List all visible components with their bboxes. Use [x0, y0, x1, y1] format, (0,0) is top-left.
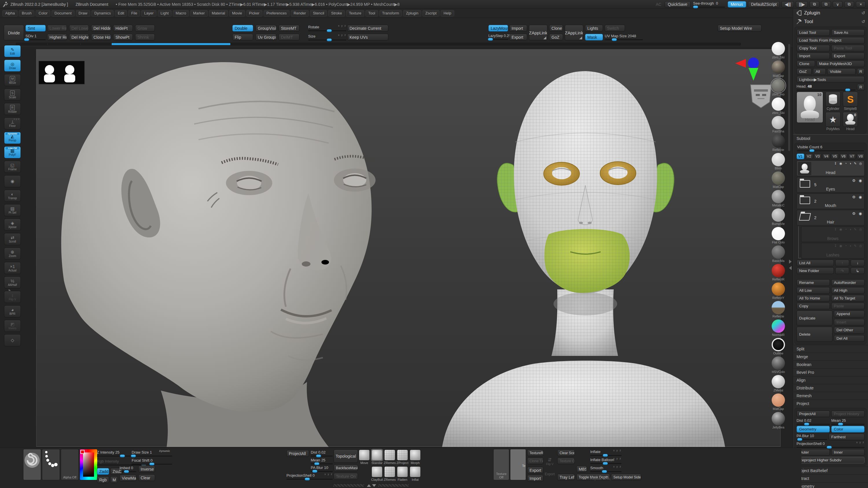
projection-shell-slider[interactable]: ProjectionShell 0 x y z — [797, 442, 865, 448]
clear-button[interactable]: Clear — [138, 475, 155, 481]
dock-frame-button[interactable]: ◱ Frame — [4, 161, 21, 173]
tool-simplebrush-thumbnail[interactable]: S — [843, 92, 858, 107]
subtool-item-head[interactable]: ↧ ◉ ◔ ◑ ✎ ◎ Head — [797, 160, 865, 176]
move-up-button[interactable]: ↑ — [835, 260, 849, 266]
dock-invers-button[interactable]: ◩ Invers — [4, 320, 21, 332]
viewmask-button[interactable]: ViewMask — [120, 475, 136, 481]
focal-shift-slider[interactable]: Focal Shift 0 — [132, 458, 172, 464]
toolbar-button[interactable]: Grow — [135, 25, 155, 32]
topological-button[interactable]: Topological — [334, 450, 358, 463]
subtool-item-hidden[interactable]: ↧◉◔◑✎◎ Lashes — [801, 243, 865, 258]
eye-icon[interactable]: ◉ — [859, 178, 862, 183]
quick-brush[interactable]: ZProject — [397, 450, 408, 466]
material-swatch[interactable]: JellyBea — [770, 412, 787, 429]
left-sculpt-head[interactable] — [61, 62, 376, 447]
reproject-higher-subdiv-button[interactable]: Reproject Higher Subdiv — [797, 457, 865, 463]
inflate-balloon-slider[interactable]: Inflate Balloon x y z — [590, 458, 621, 464]
quick-brush[interactable]: ZRemes — [384, 450, 396, 466]
export-dim-label[interactable]: Export — [544, 472, 556, 476]
panel-section-header[interactable]: Boolean — [793, 360, 868, 368]
subtool-action-button[interactable]: All To Home — [797, 295, 830, 301]
quick-brush[interactable]: ClayBuil — [372, 466, 383, 483]
menu-item[interactable]: Draw — [76, 10, 90, 17]
menu-item[interactable]: Tool — [365, 10, 378, 17]
append-button[interactable]: Append — [834, 311, 865, 318]
toolbar-button[interactable]: Shrink — [135, 34, 155, 40]
panel-section-header[interactable]: Split — [793, 345, 868, 353]
subtool-action-button[interactable]: All Low — [797, 287, 830, 294]
window-tile1-icon[interactable]: ⧉ — [810, 1, 819, 7]
toolbar-button[interactable]: HidePt — [113, 25, 133, 32]
geometry-section-header[interactable]: Geometry — [793, 482, 868, 488]
dock-rotate-button[interactable]: R Rotate — [4, 103, 21, 115]
quick-brush[interactable]: ZRemes — [384, 466, 396, 483]
shelf-scroll-down-icon[interactable] — [372, 484, 376, 487]
subtool-action-button[interactable]: Copy — [797, 303, 830, 310]
shelf-scrollbar-right[interactable] — [378, 484, 409, 487]
dock-xpose-button[interactable]: ◈ Xpose — [4, 219, 21, 231]
export-button[interactable]: Export — [831, 53, 865, 59]
inner-button[interactable]: Inner — [831, 449, 865, 456]
visibility-set-button[interactable]: V8 — [857, 154, 865, 159]
menu-item[interactable]: Dynamics — [91, 10, 114, 17]
material-swatch[interactable]: HSVColo — [770, 356, 787, 373]
menu-item[interactable]: Stencil — [310, 10, 327, 17]
menu-item[interactable]: Edit — [115, 10, 127, 17]
quick-brush[interactable]: Inflat — [410, 466, 421, 483]
panel-section-header[interactable]: Project BasRelief — [793, 466, 868, 475]
save-as-button[interactable]: Save As — [831, 29, 865, 36]
imbed-slider[interactable]: Imbed 0 — [120, 466, 136, 472]
panel-section-header[interactable]: Remesh — [793, 392, 868, 399]
material-swatch[interactable]: MatCap — [770, 171, 787, 189]
material-swatch[interactable]: MatCap — [770, 393, 787, 411]
menu-item[interactable]: Alpha — [2, 10, 18, 17]
project-history-button[interactable]: Project History — [831, 411, 865, 417]
toolbar-button[interactable]: DelMT — [279, 34, 300, 40]
texture-off-thumbnail[interactable]: Texture Off — [493, 449, 509, 480]
menu-item[interactable]: Document — [52, 10, 74, 17]
dock-gyro-button[interactable]: ◇ — [4, 334, 21, 346]
material-swatch[interactable]: NormalR — [770, 320, 787, 336]
polypaint-icon[interactable]: ◉ — [839, 162, 842, 165]
dock-ptsel-button[interactable]: ▤ Pt Sel — [4, 204, 21, 216]
menu-item[interactable]: Zplugin — [403, 10, 421, 17]
project-color-button[interactable]: Color — [831, 426, 865, 432]
smooth-slider[interactable]: Smooth x y z — [590, 466, 621, 472]
polyframe-icon[interactable]: ↧ — [834, 162, 837, 165]
goz-button[interactable]: GoZ — [797, 68, 812, 75]
dist-slider[interactable]: Dist 0.02 — [311, 450, 333, 457]
material-swatch[interactable]: Blinn — [770, 153, 787, 170]
mbs-button[interactable]: MBS — [576, 466, 587, 473]
gizmo-y-axis[interactable] — [748, 68, 758, 80]
clone-button[interactable]: Clone — [797, 60, 815, 67]
material-swatch[interactable]: ReflectR — [770, 264, 787, 281]
material-swatch[interactable]: ZMetal — [770, 375, 787, 392]
goz-visible-button[interactable]: Visible — [827, 68, 856, 75]
menu-item[interactable]: Preferences — [264, 10, 290, 17]
material-swatch[interactable]: Flat Colo — [770, 227, 787, 244]
menu-item[interactable]: Brush — [19, 10, 34, 17]
dock-aahalf-button[interactable]: ½ AAHalf — [4, 276, 21, 289]
material-swatch[interactable]: BasicMa — [770, 246, 787, 262]
shelf-scroll-up-icon[interactable] — [367, 484, 371, 487]
visibility-set-button[interactable]: V7 — [848, 154, 856, 159]
material-swatch[interactable]: zbro_mo — [770, 79, 787, 96]
zapplink-button[interactable]: ZAppLink — [529, 25, 548, 40]
color-picker[interactable] — [80, 449, 97, 480]
current-stroke-thumbnail[interactable]: Dots — [42, 449, 60, 480]
new-folder-button[interactable]: New Folder — [797, 267, 834, 274]
menus-button[interactable]: Menus — [728, 1, 746, 7]
toolbar-button[interactable]: Decimate Current — [347, 25, 388, 32]
material-swatch[interactable]: MetalicC — [770, 190, 787, 207]
goz-r-button[interactable]: R — [857, 68, 865, 75]
rotate-slider[interactable]: Rotate x y z — [308, 25, 346, 31]
gear-icon[interactable]: ⚙ — [852, 211, 856, 216]
paint-icon[interactable]: ✎ — [854, 162, 857, 165]
subtool-item-hidden[interactable]: ↧◉◔◑✎◎ Brows — [801, 226, 865, 242]
clone-txtr-button[interactable]: Clone Txtr — [527, 458, 544, 464]
projection-shell-slider[interactable]: ProjectionShell 0 x y z — [286, 473, 333, 480]
toolbar-button[interactable]: Export — [509, 34, 527, 40]
material-swatch[interactable]: BumpVie — [770, 208, 787, 226]
toolbar-button[interactable]: Del Higher — [69, 34, 89, 40]
gear-icon[interactable]: ⚙ — [852, 195, 856, 199]
